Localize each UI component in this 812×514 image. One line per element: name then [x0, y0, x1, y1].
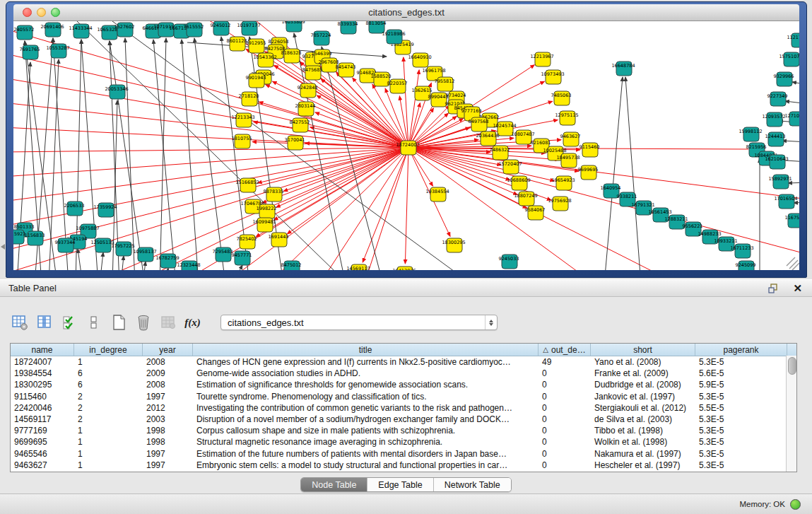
graph-node[interactable]: 11217515 — [787, 33, 799, 47]
table-row[interactable]: 1830029562008Estimation of significance … — [11, 379, 796, 390]
graph-node[interactable]: 20053346 — [105, 85, 128, 99]
graph-node[interactable]: 17359924 — [93, 203, 117, 217]
graph-node[interactable]: 15892971 — [768, 175, 792, 189]
collapse-panel-arrow-icon[interactable] — [1, 244, 5, 250]
graph-node[interactable]: 2718120 — [239, 92, 259, 106]
graph-node[interactable]: 12323448 — [177, 261, 200, 270]
graph-node[interactable]: 12093572 — [762, 112, 785, 127]
graph-node[interactable]: 10197177 — [237, 21, 260, 35]
table-scrollbar[interactable] — [786, 356, 796, 472]
close-panel-icon[interactable]: ✕ — [793, 282, 802, 295]
graph-node[interactable]: 9937344 — [55, 238, 76, 252]
graph-node[interactable]: 19218986 — [382, 30, 405, 44]
graph-node[interactable]: 9245099 — [736, 261, 756, 270]
table-row[interactable]: 977716911998Corpus callosum shape and si… — [11, 425, 796, 436]
graph-node[interactable]: 9457771 — [232, 251, 252, 265]
graph-node[interactable]: 17957225 — [111, 242, 134, 256]
graph-node[interactable]: 10973493 — [541, 70, 564, 84]
graph-node[interactable]: 15998112 — [739, 127, 762, 141]
graph-node[interactable]: 12213967 — [530, 52, 553, 66]
graph-node[interactable]: 16711233 — [730, 244, 753, 258]
function-builder-icon[interactable]: f(x) — [183, 313, 202, 332]
graph-node[interactable]: 1691443 — [269, 233, 289, 247]
graph-node[interactable]: 9901943 — [246, 74, 266, 88]
graph-node[interactable]: 8878335 — [264, 187, 284, 201]
graph-node[interactable]: 15166852 — [235, 178, 259, 192]
graph-node[interactable]: 7295483 — [213, 247, 233, 262]
graph-node[interactable]: 8339334 — [338, 21, 358, 34]
tab-edge-table[interactable]: Edge Table — [367, 478, 433, 491]
window-titlebar[interactable]: citations_edges.txt — [13, 4, 799, 21]
graph-node[interactable]: 16412076 — [392, 267, 416, 270]
graph-node[interactable]: 8454743 — [336, 63, 356, 77]
graph-node[interactable]: 3170041 — [285, 136, 305, 150]
graph-node[interactable]: 2405572 — [14, 25, 35, 40]
table-row[interactable]: 1938455462009Genome-wide association stu… — [11, 368, 796, 379]
graph-node[interactable]: 8912955 — [246, 39, 266, 53]
graph-node[interactable]: 7615552 — [184, 23, 204, 37]
graph-node[interactable]: 9115460 — [579, 143, 600, 157]
graph-node[interactable]: 20691406 — [40, 23, 64, 37]
graph-node[interactable]: 8427552 — [290, 118, 310, 132]
graph-node[interactable]: 9463627 — [560, 132, 581, 146]
graph-node[interactable]: 8220357 — [387, 79, 408, 93]
canvas-resize-grip[interactable] — [787, 257, 799, 270]
graph-node[interactable]: 7857224 — [311, 31, 331, 45]
graph-node[interactable]: 8475685 — [302, 66, 323, 80]
network-canvas[interactable]: 1872400786011288912955822605884275081054… — [13, 21, 799, 270]
row-select-icon[interactable] — [59, 313, 78, 332]
graph-node[interactable]: 7485063 — [551, 91, 572, 105]
table-row[interactable]: 1456911722003Disruption of a novel membe… — [11, 414, 796, 425]
table-selector[interactable]: citations_edges.txt — [220, 315, 498, 330]
table-row[interactable]: 969969511998Structural magnetic resonanc… — [11, 436, 796, 448]
graph-node[interactable]: 9699695 — [578, 165, 599, 180]
graph-node[interactable]: 8475012 — [281, 261, 302, 270]
column-icon[interactable] — [35, 313, 54, 332]
graph-node[interactable]: 9329966 — [774, 72, 794, 86]
table-row[interactable]: 946362711997Embryonic stem cells: a mode… — [11, 460, 796, 471]
column-header-out_de[interactable]: △out_de… — [539, 344, 591, 356]
graph-node[interactable]: 1998222 — [257, 204, 277, 218]
column-header-in_degree[interactable]: in_degree — [74, 344, 143, 356]
graph-node[interactable]: 8186328 — [281, 49, 302, 63]
table-options-icon[interactable] — [10, 313, 29, 332]
network-canvas-container[interactable]: 1872400786011288912955822605884275081054… — [13, 21, 799, 270]
graph-node[interactable]: 1167533 — [785, 214, 799, 228]
graph-node[interactable]: 16033809 — [281, 21, 305, 32]
graph-node[interactable]: 9242848 — [298, 83, 318, 98]
graph-node[interactable]: 20364436 — [476, 132, 499, 146]
graph-node[interactable]: 2206533 — [64, 201, 85, 216]
graph-node[interactable]: 6497568 — [469, 117, 489, 132]
graph-node[interactable]: 17016504 — [774, 194, 797, 209]
float-panel-icon[interactable] — [768, 284, 779, 293]
table-row[interactable]: 2242004622012Investigating the contribut… — [11, 402, 796, 414]
column-header-pagerank[interactable]: pagerank — [695, 344, 787, 356]
graph-node[interactable]: 10958137 — [133, 247, 156, 262]
graph-node[interactable]: 18300295 — [442, 238, 465, 252]
table-row[interactable]: 946554611997Estimation of the future num… — [11, 448, 796, 460]
graph-node[interactable]: 12213343 — [231, 113, 254, 127]
table-row[interactable]: 1872400712008Changes of HCN gene express… — [11, 356, 796, 368]
graph-node[interactable]: 1810755 — [232, 134, 252, 148]
graph-node[interactable]: 1527602 — [114, 23, 135, 37]
graph-node[interactable]: 9227349 — [767, 92, 788, 106]
graph-node[interactable]: 15751074 — [779, 52, 799, 66]
tab-node-table[interactable]: Node Table — [301, 478, 367, 491]
tab-network-table[interactable]: Network Table — [434, 478, 511, 491]
graph-node[interactable]: 16099481 — [252, 218, 276, 232]
graph-node[interactable]: 9245033 — [499, 255, 519, 269]
column-header-title[interactable]: title — [193, 344, 539, 356]
graph-node[interactable]: 16640910 — [408, 53, 431, 67]
graph-node[interactable]: 19384554 — [425, 187, 449, 201]
graph-node[interactable]: 7691765 — [20, 45, 40, 59]
graph-node[interactable]: 10688609 — [507, 176, 530, 190]
graph-node[interactable]: 2803144 — [295, 102, 316, 116]
graph-node[interactable]: 16782759 — [155, 254, 179, 268]
column-header-year[interactable]: year — [143, 344, 193, 356]
delete-table-icon[interactable] — [158, 313, 177, 332]
graph-node[interactable]: 12710904 — [784, 112, 799, 126]
graph-node[interactable]: 9584067 — [525, 206, 546, 220]
graph-node[interactable]: 7825402 — [237, 235, 257, 249]
rows-icon[interactable] — [84, 313, 103, 332]
combo-stepper-icon[interactable] — [485, 315, 497, 329]
